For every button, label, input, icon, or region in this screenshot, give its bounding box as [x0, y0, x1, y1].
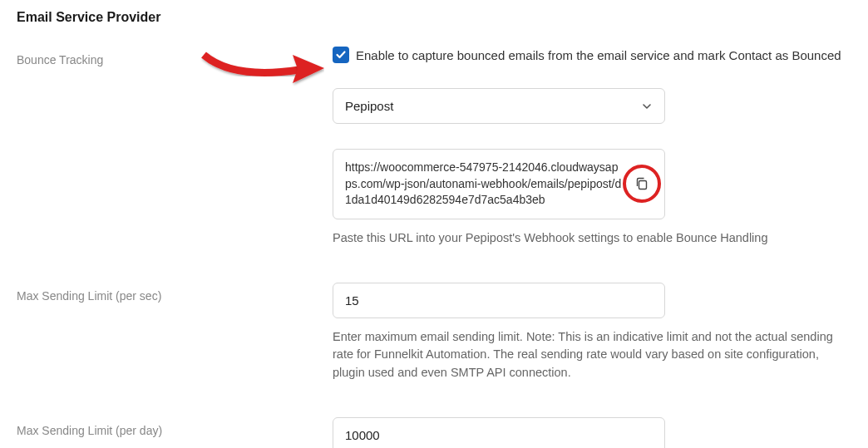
bounce-tracking-checkbox[interactable] — [333, 47, 349, 63]
svg-rect-1 — [639, 181, 647, 190]
webhook-help-text: Paste this URL into your Pepipost's Webh… — [333, 229, 851, 248]
provider-select[interactable]: Pepipost — [333, 88, 665, 124]
max-per-sec-help: Enter maximum email sending limit. Note:… — [333, 328, 851, 382]
bounce-tracking-label: Bounce Tracking — [17, 47, 333, 66]
annotation-arrow — [200, 38, 324, 96]
max-per-day-input[interactable] — [333, 417, 665, 448]
copy-button[interactable] — [626, 168, 658, 199]
webhook-url-value: https://woocommerce-547975-2142046.cloud… — [345, 160, 621, 206]
max-per-day-row: Max Sending Limit (per day) Enter maximu… — [17, 417, 851, 448]
max-per-sec-label: Max Sending Limit (per sec) — [17, 283, 333, 303]
webhook-url-box: https://woocommerce-547975-2142046.cloud… — [333, 149, 665, 219]
bounce-tracking-row: Bounce Tracking Enable to capture bounce… — [17, 47, 851, 271]
section-title: Email Service Provider — [17, 10, 851, 25]
copy-icon — [634, 176, 649, 191]
max-per-day-label: Max Sending Limit (per day) — [17, 417, 333, 437]
max-per-sec-row: Max Sending Limit (per sec) Enter maximu… — [17, 283, 851, 406]
bounce-tracking-checkbox-label: Enable to capture bounced emails from th… — [356, 48, 841, 62]
provider-select-value: Pepipost — [345, 99, 393, 113]
max-per-sec-input[interactable] — [333, 283, 665, 318]
svg-marker-0 — [293, 55, 324, 83]
check-icon — [335, 49, 347, 61]
chevron-down-icon — [641, 101, 653, 112]
